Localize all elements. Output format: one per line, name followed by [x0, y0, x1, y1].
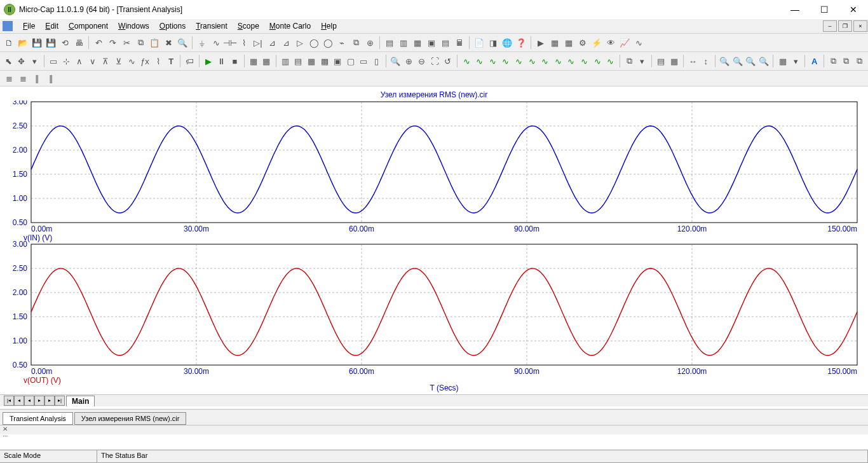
- stepping-icon[interactable]: ▦: [562, 36, 575, 49]
- props-icon[interactable]: ▤: [655, 55, 667, 67]
- switch-icon[interactable]: ⌁: [336, 36, 348, 49]
- peak-icon[interactable]: ∧: [74, 55, 86, 67]
- zoom-region-icon[interactable]: 🔍: [390, 55, 402, 67]
- envelope-icon[interactable]: ⌇: [152, 55, 164, 67]
- mdi-minimize[interactable]: –: [823, 20, 837, 32]
- delete-icon[interactable]: ✖: [162, 36, 175, 49]
- grid1-icon[interactable]: ▥: [280, 55, 292, 67]
- ground-icon[interactable]: ⏚: [196, 36, 208, 49]
- pan-icon[interactable]: ✥: [16, 55, 28, 67]
- probe2-icon[interactable]: ▦: [261, 55, 273, 67]
- menu-monte-carlo[interactable]: Monte Carlo: [264, 20, 316, 32]
- more-icon[interactable]: ⊕: [363, 36, 376, 49]
- grid4-icon[interactable]: ▩: [318, 55, 330, 67]
- valley-icon[interactable]: ∨: [86, 55, 98, 67]
- menu-scope[interactable]: Scope: [233, 20, 264, 32]
- resistor-icon[interactable]: ∿: [210, 36, 222, 49]
- save-all-icon[interactable]: 💾: [44, 36, 57, 49]
- wave11-icon[interactable]: ∿: [592, 55, 604, 67]
- print-icon[interactable]: 🖶: [72, 36, 85, 49]
- save-icon[interactable]: 💾: [31, 36, 43, 49]
- align-left-icon[interactable]: ≣: [3, 72, 15, 85]
- align-top-icon[interactable]: ‖: [31, 72, 43, 85]
- vcursor-icon[interactable]: ↕: [700, 55, 712, 67]
- pnp-icon[interactable]: ⊿: [280, 36, 292, 49]
- output-icon[interactable]: 📄: [473, 36, 485, 49]
- grid8-icon[interactable]: ▯: [371, 55, 383, 67]
- wave5-icon[interactable]: ∿: [513, 55, 525, 67]
- go-icon[interactable]: ▶: [203, 55, 215, 67]
- menu-windows[interactable]: Windows: [113, 20, 154, 32]
- inductor-icon[interactable]: ⌇: [238, 36, 250, 49]
- perf-icon[interactable]: 📈: [618, 36, 631, 49]
- text-icon[interactable]: T: [165, 55, 177, 67]
- source-v-icon[interactable]: ◯: [308, 36, 320, 49]
- wave7-icon[interactable]: ∿: [539, 55, 551, 67]
- find-icon[interactable]: 🔍: [176, 36, 189, 49]
- panel-close-strip[interactable]: ✕···: [0, 425, 868, 434]
- numeric-icon[interactable]: ▦: [248, 55, 260, 67]
- 3d-icon[interactable]: ◨: [487, 36, 499, 49]
- menu-transient[interactable]: Transient: [191, 20, 233, 32]
- zoomy-in-icon[interactable]: 🔍: [745, 55, 757, 67]
- clip2-icon[interactable]: ⧉: [840, 55, 852, 67]
- xfmr-icon[interactable]: ⧉: [349, 36, 362, 49]
- mdi-close[interactable]: ×: [853, 20, 867, 32]
- zoomx-in-icon[interactable]: 🔍: [719, 55, 731, 67]
- tab-transient-analysis[interactable]: Transient Analysis: [3, 412, 73, 425]
- dd-icon[interactable]: ▾: [636, 55, 648, 67]
- nav-next-icon[interactable]: ▸: [34, 396, 44, 406]
- minimize-button[interactable]: —: [780, 0, 810, 19]
- copy-plot-icon[interactable]: ⧉: [623, 55, 635, 67]
- grid7-icon[interactable]: ▭: [358, 55, 370, 67]
- wave8-icon[interactable]: ∿: [552, 55, 564, 67]
- color-icon[interactable]: ▦: [776, 55, 789, 67]
- cascade-icon[interactable]: ▦: [411, 36, 424, 49]
- plot-canvas[interactable]: 0.501.001.502.002.503.000.00m30.00m60.00…: [3, 100, 865, 393]
- zoomx-out-icon[interactable]: 🔍: [732, 55, 744, 67]
- grid3-icon[interactable]: ▦: [306, 55, 318, 67]
- stop-icon[interactable]: ■: [229, 55, 241, 67]
- paste-icon[interactable]: 📋: [148, 36, 161, 49]
- open-icon[interactable]: 📂: [17, 36, 29, 49]
- grid6-icon[interactable]: ▢: [344, 55, 356, 67]
- zoom-prev-icon[interactable]: ↺: [442, 55, 454, 67]
- source-i-icon[interactable]: ◯: [322, 36, 334, 49]
- redo-icon[interactable]: ↷: [106, 36, 119, 49]
- optimize-icon[interactable]: ⚙: [576, 36, 589, 49]
- zoomy-out-icon[interactable]: 🔍: [758, 55, 770, 67]
- wave3-icon[interactable]: ∿: [487, 55, 499, 67]
- annot-a-icon[interactable]: A: [808, 55, 820, 67]
- new-icon[interactable]: 🗋: [3, 36, 15, 49]
- limits-icon[interactable]: ▦: [548, 36, 561, 49]
- clip1-icon[interactable]: ⧉: [827, 55, 839, 67]
- wave2-icon[interactable]: ∿: [474, 55, 486, 67]
- nav-first-icon[interactable]: |◂: [4, 396, 14, 406]
- calculator-icon[interactable]: 🖩: [453, 36, 466, 49]
- menu-component[interactable]: Component: [64, 20, 113, 32]
- low-icon[interactable]: ⊻: [113, 55, 125, 67]
- align-right-icon[interactable]: ≣: [17, 72, 29, 85]
- diode-icon[interactable]: ▷|: [252, 36, 264, 49]
- hcursor-icon[interactable]: ↔: [687, 55, 699, 67]
- wave4-icon[interactable]: ∿: [500, 55, 512, 67]
- opamp-icon[interactable]: ▷: [294, 36, 306, 49]
- nav-prev2-icon[interactable]: ◂: [24, 396, 34, 406]
- grid5-icon[interactable]: ▣: [332, 55, 344, 67]
- window-list-icon[interactable]: ▤: [439, 36, 452, 49]
- mdi-restore[interactable]: ❐: [838, 20, 852, 32]
- maximize-button[interactable]: ☐: [810, 0, 839, 19]
- pause-icon[interactable]: ⏸: [215, 55, 227, 67]
- fft-icon[interactable]: ∿: [632, 36, 645, 49]
- nav-last-icon[interactable]: ▸|: [55, 396, 65, 406]
- select-icon[interactable]: ⬉: [3, 55, 15, 67]
- wave9-icon[interactable]: ∿: [566, 55, 578, 67]
- globe-icon[interactable]: 🌐: [501, 36, 513, 49]
- dd2-icon[interactable]: ▾: [790, 55, 802, 67]
- npn-icon[interactable]: ⊿: [266, 36, 278, 49]
- zoom-out-icon[interactable]: ⊖: [416, 55, 428, 67]
- layout-icon[interactable]: ▦: [668, 55, 680, 67]
- menu-options[interactable]: Options: [154, 20, 191, 32]
- scale-icon[interactable]: ▭: [48, 55, 60, 67]
- watch-icon[interactable]: 👁: [604, 36, 617, 49]
